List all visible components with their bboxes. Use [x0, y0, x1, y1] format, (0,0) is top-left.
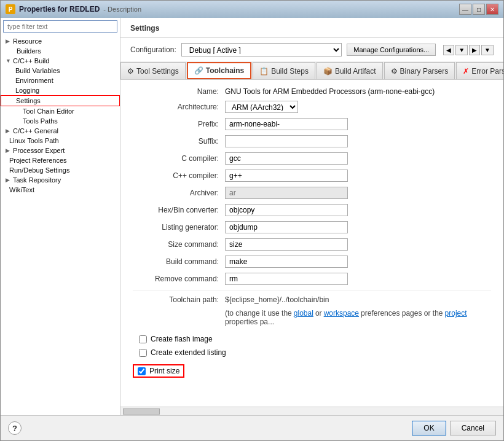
app-icon: P — [6, 4, 15, 14]
main-panel: Settings Configuration: Debug [ Active ]… — [120, 18, 503, 415]
build-input[interactable] — [225, 256, 348, 268]
tab-binary-parsers[interactable]: ⚙ Binary Parsers — [384, 62, 455, 79]
c-compiler-input[interactable] — [225, 152, 348, 165]
sidebar-item-builders[interactable]: Builders — [1, 46, 120, 56]
tab-toolchains[interactable]: 🔗 Toolchains — [187, 62, 251, 79]
arrow-icon: ▶ — [6, 177, 12, 183]
cpp-compiler-row: C++ compiler: — [133, 170, 491, 182]
sidebar-item-task-repository[interactable]: ▶ Task Repository — [1, 175, 120, 185]
sidebar-item-label: Logging — [15, 87, 39, 94]
tabs-bar: ⚙ Tool Settings 🔗 Toolchains 📋 Build Ste… — [120, 62, 503, 80]
title-bar: P Properties for REDLED - Description — … — [1, 1, 503, 18]
sidebar-item-processor-expert[interactable]: ▶ Processor Expert — [1, 146, 120, 155]
project-link[interactable]: project — [445, 309, 467, 318]
tab-build-steps-label: Build Steps — [271, 67, 309, 76]
path-props: properties pa... — [225, 318, 274, 326]
hexbin-label: Hex/Bin converter: — [133, 206, 225, 214]
remove-input[interactable] — [225, 273, 348, 285]
cpp-compiler-input[interactable] — [225, 170, 348, 182]
config-select[interactable]: Debug [ Active ] — [181, 43, 342, 57]
arch-select[interactable]: ARM (AArch32) — [225, 101, 298, 113]
sidebar-item-label: WikiText — [9, 186, 34, 193]
arrow-icon: ▶ — [6, 147, 12, 154]
listing-input[interactable] — [225, 221, 348, 233]
horizontal-scrollbar[interactable] — [120, 407, 503, 415]
minimize-button[interactable]: — — [459, 4, 471, 15]
print-size-checkbox[interactable] — [138, 367, 146, 375]
sidebar-item-label: Settings — [16, 97, 41, 104]
tab-tool-settings-label: Tool Settings — [136, 67, 179, 76]
sidebar-item-label: Build Variables — [15, 67, 60, 74]
tab-tool-settings[interactable]: ⚙ Tool Settings — [120, 62, 186, 79]
form-divider — [133, 290, 491, 291]
nav-forward-dropdown[interactable]: ▼ — [481, 45, 494, 55]
help-button[interactable]: ? — [8, 421, 22, 435]
close-button[interactable]: ✕ — [486, 4, 498, 15]
sidebar-item-cpp-general[interactable]: ▶ C/C++ General — [1, 126, 120, 136]
nav-forward-button[interactable]: ▶ — [469, 45, 480, 55]
extended-listing-checkbox[interactable] — [139, 349, 147, 357]
sidebar-item-environment[interactable]: Environment — [1, 76, 120, 85]
sidebar-item-project-references[interactable]: Project References — [1, 155, 120, 165]
workspace-link[interactable]: workspace — [324, 309, 359, 318]
global-link[interactable]: global — [294, 309, 313, 318]
scroll-thumb[interactable] — [123, 408, 160, 415]
sidebar-item-tool-chain-editor[interactable]: Tool Chain Editor — [1, 106, 120, 116]
sidebar-item-label: Run/Debug Settings — [9, 166, 69, 174]
sidebar-item-resource[interactable]: ▶ Resource — [1, 36, 120, 46]
checkboxes-area: Create flash image Create extended listi… — [133, 335, 491, 380]
binary-parsers-icon: ⚙ — [391, 67, 398, 76]
prefix-input[interactable] — [225, 118, 348, 130]
title-bar-left: P Properties for REDLED - Description — [6, 4, 141, 14]
hexbin-input[interactable] — [225, 204, 348, 216]
error-parse-icon: ✗ — [463, 67, 469, 76]
tab-toolchains-label: Toolchains — [206, 66, 244, 75]
remove-row: Remove command: — [133, 273, 491, 285]
arch-label: Architecture: — [133, 103, 225, 111]
toolchain-path-value: ${eclipse_home}/../toolchain/bin — [225, 295, 491, 304]
nav-back-dropdown[interactable]: ▼ — [455, 45, 468, 55]
tab-build-steps[interactable]: 📋 Build Steps — [253, 62, 315, 79]
ok-button[interactable]: OK — [412, 421, 446, 435]
build-artifact-icon: 📦 — [323, 67, 333, 76]
sidebar-item-cpp-build[interactable]: ▼ C/C++ Build — [1, 56, 120, 66]
sidebar-item-run-debug-settings[interactable]: Run/Debug Settings — [1, 165, 120, 175]
window-subtitle: - Description — [103, 6, 141, 13]
c-compiler-label: C compiler: — [133, 154, 225, 163]
flash-image-checkbox[interactable] — [139, 335, 147, 343]
tab-build-artifact[interactable]: 📦 Build Artifact — [317, 62, 383, 79]
size-row: Size command: — [133, 238, 491, 251]
sidebar-item-logging[interactable]: Logging — [1, 85, 120, 95]
print-size-label: Print size — [149, 367, 179, 375]
nav-back-button[interactable]: ◀ — [443, 45, 454, 55]
tree: ▶ Resource Builders ▼ C/C++ Build Build … — [1, 35, 120, 415]
tab-build-artifact-label: Build Artifact — [335, 67, 376, 76]
path-help-prefix: (to change it use the — [225, 309, 292, 318]
tab-error-parse[interactable]: ✗ Error Parse... — [456, 62, 503, 79]
sidebar-item-label: Linux Tools Path — [9, 137, 59, 144]
toolchain-path-row: Toolchain path: ${eclipse_home}/../toolc… — [133, 295, 491, 304]
manage-configurations-button[interactable]: Manage Configurations... — [347, 44, 436, 56]
size-input[interactable] — [225, 238, 348, 251]
sidebar-item-wikitext[interactable]: WikiText — [1, 185, 120, 195]
sidebar-item-tools-paths[interactable]: Tools Paths — [1, 116, 120, 126]
build-row: Build command: — [133, 256, 491, 268]
sidebar-item-settings[interactable]: Settings — [1, 95, 120, 106]
hexbin-row: Hex/Bin converter: — [133, 204, 491, 216]
cancel-button[interactable]: Cancel — [450, 421, 496, 435]
sidebar-item-linux-tools-path[interactable]: Linux Tools Path — [1, 136, 120, 146]
arrow-icon: ▶ — [6, 128, 12, 134]
tool-settings-icon: ⚙ — [127, 67, 134, 76]
suffix-input[interactable] — [225, 135, 348, 147]
bottom-right: OK Cancel — [412, 421, 496, 435]
archiver-input[interactable] — [225, 187, 348, 199]
sidebar-item-label: Task Repository — [13, 176, 61, 184]
sidebar-item-label: Builders — [17, 47, 41, 55]
toolchains-icon: 🔗 — [194, 66, 203, 75]
filter-input[interactable] — [3, 20, 117, 33]
maximize-button[interactable]: □ — [473, 4, 485, 15]
build-label: Build command: — [133, 257, 225, 266]
checkbox-flash-image: Create flash image — [133, 335, 491, 343]
cpp-compiler-label: C++ compiler: — [133, 171, 225, 180]
sidebar-item-build-variables[interactable]: Build Variables — [1, 66, 120, 76]
